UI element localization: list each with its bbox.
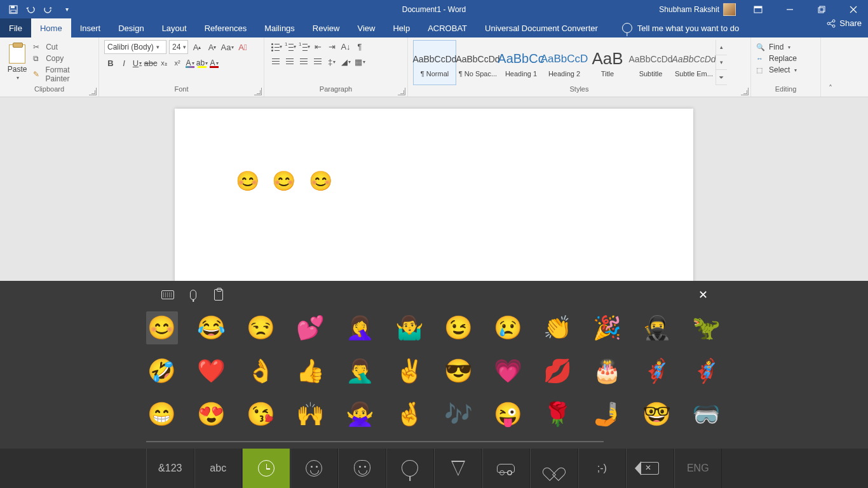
emoji-cell[interactable]: 🤳 (591, 398, 623, 431)
find-button[interactable]: Find▾ (756, 43, 815, 51)
justify-button[interactable] (311, 55, 324, 68)
font-color-button[interactable]: A▾ (208, 57, 220, 69)
superscript-button[interactable]: x² (171, 57, 184, 69)
paragraph-dialog-launcher[interactable] (398, 88, 405, 95)
show-marks-button[interactable]: ¶ (353, 40, 366, 53)
tab-layout[interactable]: Layout (153, 18, 196, 37)
bold-button[interactable]: B (104, 57, 117, 69)
multilevel-button[interactable]: ▾ (297, 40, 310, 53)
user-account[interactable]: Shubham Rakshit (654, 3, 741, 16)
collapse-ribbon-button[interactable]: ˄ (821, 37, 840, 97)
emoji-cell[interactable]: 😊 (146, 311, 178, 344)
minimize-button[interactable] (775, 0, 804, 18)
text-effects-button[interactable]: A▾ (184, 57, 196, 69)
strikethrough-button[interactable]: abc (144, 57, 157, 69)
shading-button[interactable]: ◢▾ (339, 55, 352, 68)
paste-button[interactable]: Paste ▾ (5, 40, 29, 85)
ribbon-display-options[interactable] (743, 0, 773, 18)
highlight-button[interactable]: ab▾ (196, 57, 208, 69)
emoji-cell[interactable]: 😘 (245, 398, 277, 431)
styles-gallery-more[interactable]: ▴▾⏷ (715, 40, 727, 85)
tab-insert[interactable]: Insert (71, 18, 110, 37)
category-abc[interactable]: abc (194, 449, 243, 488)
emoji-cell[interactable]: ❤️ (196, 355, 227, 388)
style-title[interactable]: AaBTitle (586, 40, 629, 85)
emoji-cell[interactable]: ✌️ (393, 355, 425, 388)
select-button[interactable]: Select▾ (756, 65, 815, 74)
tab-udc[interactable]: Universal Document Converter (476, 18, 607, 37)
maximize-button[interactable] (807, 0, 836, 18)
emoji-cell[interactable]: 😂 (196, 311, 227, 344)
align-right-button[interactable] (297, 55, 310, 68)
emoji-cell[interactable]: 👏 (542, 311, 574, 344)
tell-me-search[interactable]: Tell me what you want to do (622, 18, 739, 37)
emoji-cell[interactable]: 🦖 (690, 311, 722, 344)
emoji-cell[interactable]: 🦸‍♂️ (641, 355, 672, 388)
redo-button[interactable] (41, 2, 57, 17)
emoji-cell[interactable]: 🤦‍♀️ (344, 311, 376, 344)
emoji-cell[interactable]: 🥷 (641, 311, 672, 344)
panel-close-button[interactable]: ✕ (698, 288, 708, 302)
font-name-combo[interactable]: Calibri (Body)▾ (104, 40, 166, 54)
emoji-cell[interactable]: 💋 (542, 355, 574, 388)
voice-button[interactable] (180, 285, 206, 305)
tab-acrobat[interactable]: ACROBAT (419, 18, 476, 37)
emoji-cell[interactable]: 🙅‍♀️ (344, 398, 376, 431)
line-spacing-button[interactable]: ‡▾ (325, 55, 338, 68)
close-button[interactable] (839, 0, 868, 18)
category-symbols-numbers[interactable]: &123 (146, 449, 194, 488)
emoji-cell[interactable]: 🙌 (294, 398, 326, 431)
emoji-cell[interactable]: 🤦‍♂️ (344, 355, 376, 388)
styles-dialog-launcher[interactable] (741, 88, 749, 95)
emoji-cell[interactable]: 🎉 (591, 311, 623, 344)
italic-button[interactable]: I (118, 57, 130, 69)
change-case-button[interactable]: Aa▾ (221, 41, 234, 53)
category-kaomoji[interactable]: ;-) (578, 449, 627, 488)
category-smileys[interactable] (290, 449, 339, 488)
borders-button[interactable]: ▦▾ (353, 55, 366, 68)
align-center-button[interactable] (283, 55, 296, 68)
underline-button[interactable]: U▾ (131, 57, 144, 69)
category-people[interactable] (338, 449, 386, 488)
numbering-button[interactable]: ▾ (283, 40, 296, 53)
save-button[interactable] (5, 2, 22, 17)
language-button[interactable]: ENG (674, 449, 722, 488)
clear-formatting-button[interactable]: A⃠ (236, 41, 249, 53)
category-hearts[interactable] (530, 449, 578, 488)
tab-view[interactable]: View (348, 18, 384, 37)
copy-button[interactable]: Copy (33, 54, 93, 63)
tab-file[interactable]: File (0, 18, 31, 37)
emoji-cell[interactable]: 👍 (294, 355, 326, 388)
tab-design[interactable]: Design (109, 18, 153, 37)
undo-button[interactable] (23, 2, 39, 17)
keyboard-mode-button[interactable] (155, 285, 180, 305)
style-subtitle[interactable]: AaBbCcDdSubtitle (629, 40, 672, 85)
tab-mailings[interactable]: Mailings (255, 18, 304, 37)
shrink-font-button[interactable]: A▾ (206, 41, 219, 53)
emoji-scrollbar[interactable] (146, 441, 604, 442)
emoji-cell[interactable]: 🤞 (393, 398, 425, 431)
style-normal[interactable]: AaBbCcDd¶ Normal (413, 40, 456, 85)
clipboard-dialog-launcher[interactable] (89, 88, 97, 95)
bullets-button[interactable]: ▾ (269, 40, 282, 53)
emoji-cell[interactable]: 👌 (245, 355, 277, 388)
emoji-cell[interactable]: 😍 (196, 398, 227, 431)
emoji-cell[interactable]: 🤓 (641, 398, 672, 431)
category-food[interactable] (434, 449, 482, 488)
emoji-cell[interactable]: 🌹 (542, 398, 574, 431)
clipboard-button[interactable] (206, 285, 231, 305)
share-button[interactable]: Share (827, 18, 862, 28)
align-left-button[interactable] (269, 55, 282, 68)
category-transport[interactable] (482, 449, 531, 488)
qat-customize[interactable]: ▾ (58, 2, 75, 17)
replace-button[interactable]: Replace (756, 54, 815, 63)
emoji-cell[interactable]: 😒 (245, 311, 277, 344)
emoji-cell[interactable]: 🤣 (146, 355, 178, 388)
subscript-button[interactable]: x₂ (158, 57, 170, 69)
tab-review[interactable]: Review (304, 18, 349, 37)
style-heading2[interactable]: AaBbCcDHeading 2 (543, 40, 586, 85)
emoji-cell[interactable]: 💗 (492, 355, 524, 388)
emoji-cell[interactable]: 😁 (146, 398, 178, 431)
font-size-combo[interactable]: 24▾ (169, 40, 188, 54)
category-celebration[interactable] (386, 449, 435, 488)
